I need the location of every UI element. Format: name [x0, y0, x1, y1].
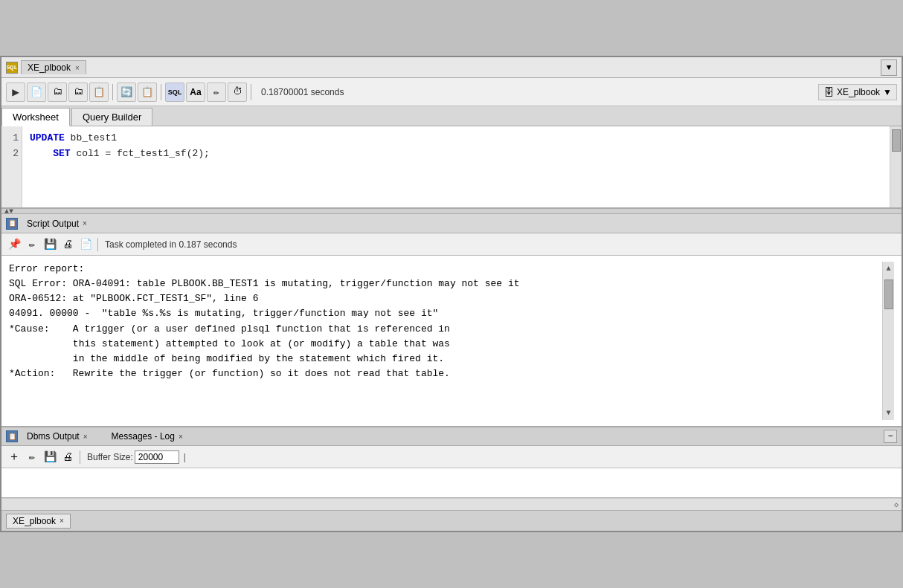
dbms-output-tab[interactable]: Dbms Output × — [21, 431, 94, 442]
main-toolbar: ▶ 📄 🗂 🗂 📋 🔄 📋 SQL Aa ✏ ⏱ 0.18700001 seco… — [1, 78, 902, 106]
sql-editor[interactable]: 1 2 UPDATE bb_test1 SET col1 = fct_test1… — [1, 126, 902, 208]
scroll-down-icon[interactable]: ▼ — [884, 406, 892, 421]
pin-button[interactable]: 📌 — [6, 236, 22, 253]
sql-icon: SQL — [6, 62, 18, 74]
font-button[interactable]: Aa — [186, 83, 205, 102]
editor-scrollbar-thumb[interactable] — [892, 129, 901, 152]
scroll-up-icon[interactable]: ▲ — [884, 262, 892, 277]
dbms-icon: 📋 — [6, 430, 18, 442]
task-completed-text: Task completed in 0.187 seconds — [105, 239, 237, 250]
messages-log-tab[interactable]: Messages - Log × — [106, 431, 189, 442]
dbms-content — [1, 468, 902, 498]
editor-scrollbar[interactable] — [890, 126, 902, 207]
app-window: SQL XE_plbook × ▼ ▶ 📄 🗂 🗂 📋 🔄 📋 SQL Aa ✏… — [0, 56, 903, 532]
dbms-pencil-button[interactable]: ✏ — [24, 449, 40, 465]
dbms-output-close[interactable]: × — [83, 433, 88, 441]
tab-query-builder[interactable]: Query Builder — [71, 108, 152, 126]
print-button[interactable]: 🖨 — [60, 236, 76, 253]
line-numbers: 1 2 — [1, 126, 22, 207]
title-bar: SQL XE_plbook × ▼ — [1, 57, 902, 78]
line-num-1: 1 — [4, 131, 19, 146]
refresh-button[interactable]: 🔄 — [117, 83, 136, 102]
toolbar-sep-3 — [251, 84, 251, 100]
database-label: XE_plbook — [837, 87, 880, 97]
connection-tab-label: XE_plbook — [13, 516, 56, 526]
disk-button[interactable]: 💾 — [42, 236, 58, 253]
line-num-2: 2 — [4, 146, 19, 162]
buffer-divider: | — [184, 452, 186, 462]
pencil-button[interactable]: ✏ — [24, 236, 40, 253]
title-tab[interactable]: XE_plbook × — [21, 60, 86, 74]
bottom-tabs: XE_plbook × — [1, 510, 902, 531]
messages-log-close[interactable]: × — [179, 433, 183, 441]
script-output-icon: 📋 — [6, 218, 18, 230]
error-scrollbar-thumb[interactable] — [884, 280, 893, 309]
dbms-toolbar: ＋ ✏ 💾 🖨 Buffer Size: | — [1, 446, 902, 468]
dbms-print-button[interactable]: 🖨 — [60, 449, 76, 465]
edit-button[interactable]: ✏ — [207, 83, 226, 102]
messages-log-title: Messages - Log — [112, 431, 175, 442]
file2-button[interactable]: 📄 — [77, 236, 94, 253]
dbms-output-header: 📋 Dbms Output × Messages - Log × − — [1, 427, 902, 446]
open-button[interactable]: 🗂 — [48, 83, 67, 102]
sql-code[interactable]: UPDATE bb_test1 SET col1 = fct_test1_sf(… — [22, 126, 890, 207]
dbms-sep — [80, 450, 80, 464]
script-output-close[interactable]: × — [83, 219, 87, 227]
new-file-button[interactable]: 📄 — [27, 83, 46, 102]
dbms-scrollbar-h[interactable]: ◇ — [1, 498, 902, 510]
connection-tab-close[interactable]: × — [60, 517, 64, 525]
error-output: Error report: SQL Error: ORA-04091: tabl… — [1, 256, 902, 427]
database-dropdown-arrow: ▼ — [883, 87, 892, 97]
buffer-size-label: Buffer Size: — [87, 452, 133, 462]
toolbar-sep-2 — [161, 84, 161, 100]
error-content: Error report: SQL Error: ORA-04091: tabl… — [9, 262, 882, 420]
keyword-set: SET — [30, 148, 71, 159]
dbms-minimize-button[interactable]: − — [884, 430, 897, 443]
title-tab-close[interactable]: × — [75, 64, 80, 72]
resize-handle[interactable]: ▲▼ — [1, 208, 902, 214]
save-button[interactable]: 🗂 — [68, 83, 88, 102]
connection-tab[interactable]: XE_plbook × — [6, 514, 71, 529]
run-button[interactable]: ▶ — [6, 83, 25, 102]
toolbar-sep-1 — [112, 84, 113, 100]
timer-button[interactable]: ⏱ — [228, 83, 247, 102]
error-scrollbar[interactable]: ▲ ▼ — [882, 262, 894, 420]
buffer-size-input[interactable] — [135, 450, 179, 464]
keyword-update: UPDATE — [30, 132, 65, 143]
script-toolbar: 📌 ✏ 💾 🖨 📄 Task completed in 0.187 second… — [1, 233, 902, 256]
script-output-tab[interactable]: Script Output × — [21, 219, 93, 229]
dbms-content-area: ◇ — [1, 468, 902, 510]
window-dropdown-btn[interactable]: ▼ — [881, 59, 897, 76]
tab-worksheet[interactable]: Worksheet — [1, 108, 70, 126]
dbms-disk-button[interactable]: 💾 — [42, 449, 58, 465]
execution-time: 0.18700001 seconds — [261, 87, 344, 97]
clipboard-button[interactable]: 📋 — [89, 83, 109, 102]
copy-button[interactable]: 📋 — [138, 83, 157, 102]
dbms-plus-button[interactable]: ＋ — [6, 449, 22, 465]
database-selector[interactable]: 🗄 XE_plbook ▼ — [818, 84, 897, 100]
script-output-title: Script Output — [27, 219, 79, 229]
script-sep — [97, 238, 98, 251]
editor-tab-row: Worksheet Query Builder — [1, 106, 902, 126]
scroll-right-icon[interactable]: ◇ — [894, 500, 899, 509]
sql-icon-btn[interactable]: SQL — [165, 83, 184, 102]
dbms-output-title: Dbms Output — [27, 431, 80, 442]
script-output-header: 📋 Script Output × — [1, 214, 902, 233]
title-tab-label: XE_plbook — [28, 62, 71, 73]
